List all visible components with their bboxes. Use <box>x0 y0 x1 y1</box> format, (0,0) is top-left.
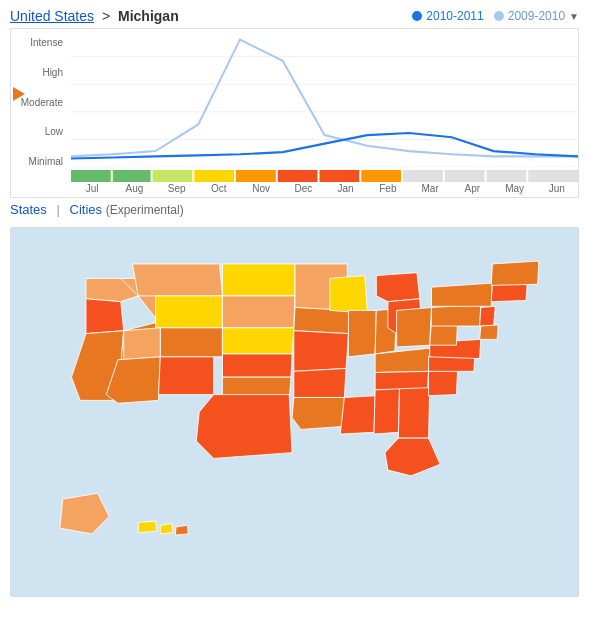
y-label-minimal: Minimal <box>15 156 67 167</box>
us-map-svg <box>15 232 575 592</box>
svg-rect-6 <box>113 170 151 182</box>
svg-rect-16 <box>528 170 578 182</box>
x-label-aug: Aug <box>113 183 155 197</box>
year-legend: 2010-2011 2009-2010 ▼ <box>412 9 579 23</box>
svg-rect-5 <box>71 170 111 182</box>
x-label-mar: Mar <box>409 183 451 197</box>
y-label-high: High <box>15 67 67 78</box>
svg-rect-9 <box>236 170 276 182</box>
legend-dropdown-arrow[interactable]: ▼ <box>569 11 579 22</box>
legend-year-current: 2010-2011 <box>426 9 483 23</box>
svg-rect-14 <box>445 170 485 182</box>
experimental-label: (Experimental) <box>106 203 184 217</box>
breadcrumb-separator: > <box>102 8 110 24</box>
chart-inner: Intense High Moderate Low Minimal <box>11 29 578 197</box>
legend-prev: 2009-2010 ▼ <box>494 9 579 23</box>
x-label-jun: Jun <box>536 183 578 197</box>
x-label-jul: Jul <box>71 183 113 197</box>
breadcrumb: United States > Michigan <box>10 8 179 24</box>
tab-states[interactable]: States <box>10 202 47 217</box>
x-axis: Jul Aug Sep Oct Nov Dec Jan Feb Mar Apr … <box>71 183 578 197</box>
color-bar <box>71 170 578 182</box>
y-label-low: Low <box>15 126 67 137</box>
svg-rect-7 <box>153 170 193 182</box>
view-tabs: States | Cities (Experimental) <box>0 198 589 223</box>
y-axis: Intense High Moderate Low Minimal <box>11 29 71 197</box>
x-label-oct: Oct <box>198 183 240 197</box>
orange-marker <box>13 87 25 101</box>
x-label-dec: Dec <box>282 183 324 197</box>
x-label-may: May <box>494 183 536 197</box>
flu-trend-chart: Intense High Moderate Low Minimal <box>10 28 579 198</box>
breadcrumb-parent[interactable]: United States <box>10 8 94 24</box>
legend-year-prev: 2009-2010 <box>508 9 565 23</box>
x-label-feb: Feb <box>367 183 409 197</box>
chart-lines <box>71 29 578 167</box>
breadcrumb-current: Michigan <box>118 8 179 24</box>
tab-cities[interactable]: Cities <box>70 202 103 217</box>
legend-dot-current <box>412 11 422 21</box>
tabs-separator: | <box>56 202 59 217</box>
prev-year-line <box>71 40 578 157</box>
x-label-jan: Jan <box>325 183 367 197</box>
legend-current: 2010-2011 <box>412 9 483 23</box>
x-label-apr: Apr <box>451 183 493 197</box>
svg-rect-12 <box>361 170 401 182</box>
x-label-nov: Nov <box>240 183 282 197</box>
x-label-sep: Sep <box>156 183 198 197</box>
svg-rect-13 <box>403 170 443 182</box>
svg-rect-10 <box>278 170 318 182</box>
svg-rect-15 <box>487 170 527 182</box>
svg-rect-11 <box>320 170 360 182</box>
legend-dot-prev <box>494 11 504 21</box>
svg-rect-8 <box>194 170 234 182</box>
y-label-intense: Intense <box>15 37 67 48</box>
page-header: United States > Michigan 2010-2011 2009-… <box>0 0 589 28</box>
us-map-container <box>10 227 579 597</box>
current-year-line <box>71 133 578 158</box>
